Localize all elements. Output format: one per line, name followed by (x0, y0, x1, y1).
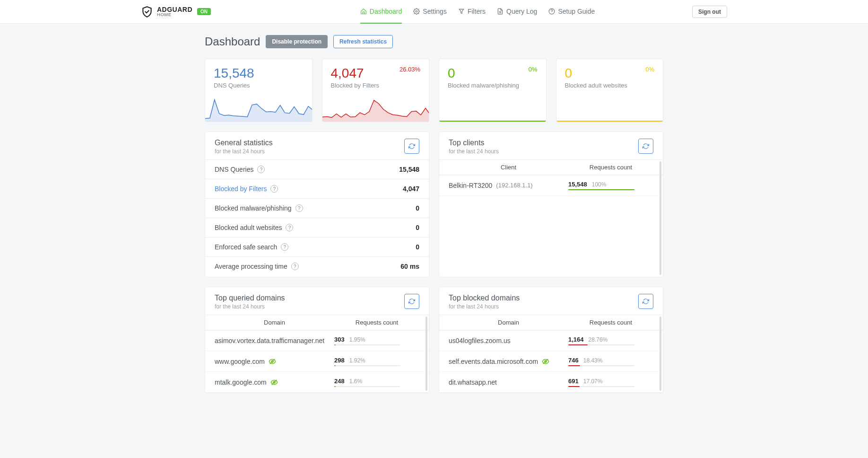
stat-label[interactable]: Blocked by Filters (215, 185, 267, 193)
nav-label: Filters (468, 8, 486, 15)
column-header-requests: Requests count (568, 164, 653, 171)
top-clients-panel: Top clients for the last 24 hours Client… (439, 132, 663, 277)
stat-label: Average processing time (215, 263, 287, 270)
help-icon[interactable]: ? (270, 185, 278, 193)
domain-cell: asimov.vortex.data.trafficmanager.net (215, 337, 334, 344)
count-value: 691 (568, 378, 579, 385)
table-row[interactable]: us04logfiles.zoom.us1,16428.76% (439, 330, 663, 351)
brand-logo[interactable]: ADGUARD HOME (141, 6, 192, 18)
stat-row: Blocked malware/phishing?0 (205, 198, 429, 218)
help-icon[interactable]: ? (295, 204, 303, 212)
help-icon[interactable]: ? (286, 224, 293, 231)
progress-bar (334, 365, 400, 366)
refresh-statistics-button[interactable]: Refresh statistics (333, 35, 393, 48)
table-row[interactable]: asimov.vortex.data.trafficmanager.net303… (205, 330, 429, 351)
domain-cell: mtalk.google.com (215, 379, 334, 386)
brand-name: ADGUARD (157, 6, 192, 13)
stat-value: 4,047 (403, 185, 419, 193)
help-icon[interactable]: ? (291, 263, 299, 270)
brand-sub: HOME (157, 13, 192, 17)
nav-item-query-log[interactable]: Query Log (497, 0, 537, 24)
sparkline-chart (205, 98, 312, 122)
progress-bar (334, 386, 400, 387)
card-underline (439, 121, 546, 122)
table-row[interactable]: self.events.data.microsoft.com74618.43% (439, 351, 663, 372)
stat-row: Average processing time?60 ms (205, 256, 429, 276)
column-header-requests: Requests count (568, 319, 653, 326)
nav-label: Dashboard (370, 8, 402, 15)
domain-cell: us04logfiles.zoom.us (449, 337, 568, 344)
panel-subtitle: for the last 24 hours (215, 148, 273, 155)
general-statistics-panel: General statistics for the last 24 hours… (205, 132, 429, 277)
stat-label: DNS Queries (214, 82, 304, 89)
stat-label: Blocked malware/phishing (215, 204, 292, 212)
stat-label: Blocked adult websites (215, 224, 282, 231)
table-row[interactable]: dit.whatsapp.net69117.07% (439, 372, 663, 393)
stat-value: 0 (448, 66, 538, 81)
domain-cell: self.events.data.microsoft.com (449, 358, 568, 365)
stat-cards: 15,548DNS Queries26.03%4,047Blocked by F… (205, 59, 663, 122)
count-percent: 1.92% (349, 357, 365, 364)
top-blocked-panel: Top blocked domains for the last 24 hour… (439, 287, 663, 393)
panel-subtitle: for the last 24 hours (449, 148, 499, 155)
refresh-button[interactable] (404, 294, 419, 309)
stat-row: Blocked adult websites?0 (205, 218, 429, 237)
stat-card-blocked-by-filters[interactable]: 26.03%4,047Blocked by Filters (322, 59, 430, 122)
file-icon (497, 8, 503, 15)
table-row[interactable]: mtalk.google.com2481.6% (205, 372, 429, 393)
help-icon[interactable]: ? (257, 166, 265, 173)
nav-item-filters[interactable]: Filters (458, 0, 486, 24)
refresh-button[interactable] (638, 139, 653, 154)
stat-value: 0 (416, 224, 419, 231)
top-queried-panel: Top queried domains for the last 24 hour… (205, 287, 429, 393)
stat-card-dns-queries[interactable]: 15,548DNS Queries (205, 59, 312, 122)
progress-bar (568, 189, 634, 190)
nav-label: Setup Guide (558, 8, 595, 15)
svg-point-0 (416, 10, 418, 12)
disable-protection-button[interactable]: Disable protection (266, 35, 328, 48)
stat-row: Enforced safe search?0 (205, 237, 429, 256)
domain-cell: www.google.com (215, 358, 334, 365)
nav-item-dashboard[interactable]: Dashboard (360, 0, 402, 24)
stat-percent: 0% (645, 66, 654, 73)
page-title: Dashboard (205, 35, 260, 48)
signout-button[interactable]: Sign out (692, 6, 727, 18)
refresh-icon (642, 143, 649, 150)
logo-area: ADGUARD HOME ON (141, 6, 211, 18)
stat-label: Blocked malware/phishing (448, 82, 538, 89)
table-row[interactable]: www.google.com2981.92% (205, 351, 429, 372)
stat-label: Enforced safe search (215, 243, 277, 251)
help-icon[interactable]: ? (281, 243, 288, 251)
column-header-requests: Requests count (334, 319, 419, 326)
tracker-icon (542, 358, 549, 365)
table-row[interactable]: Belkin-RT3200 (192.168.1.1)15,548100% (439, 175, 663, 196)
refresh-icon (408, 298, 415, 305)
nav-label: Settings (423, 8, 447, 15)
panel-title: General statistics (215, 139, 273, 147)
refresh-button[interactable] (638, 294, 653, 309)
stat-card-blocked-adult-websites[interactable]: 0%0Blocked adult websites (556, 59, 664, 122)
count-value: 746 (568, 357, 579, 364)
tracker-icon (270, 379, 278, 386)
tracker-icon (269, 358, 276, 365)
progress-bar (568, 365, 634, 366)
nav-item-setup-guide[interactable]: Setup Guide (548, 0, 595, 24)
panel-subtitle: for the last 24 hours (215, 303, 285, 310)
nav-item-settings[interactable]: Settings (413, 0, 447, 24)
count-value: 298 (334, 357, 345, 364)
stat-card-blocked-malware-phishing[interactable]: 0%0Blocked malware/phishing (439, 59, 547, 122)
count-percent: 1.6% (349, 378, 362, 385)
progress-bar (568, 344, 634, 345)
column-header-client: Client (449, 164, 568, 171)
stat-value: 15,548 (399, 166, 419, 173)
client-cell: Belkin-RT3200 (192.168.1.1) (449, 182, 568, 189)
domain-cell: dit.whatsapp.net (449, 379, 568, 386)
count-value: 303 (334, 336, 345, 343)
gear-icon (413, 8, 420, 15)
help-circle-icon (548, 8, 555, 15)
shield-check-icon (141, 6, 153, 18)
stat-value: 0 (565, 66, 655, 81)
refresh-button[interactable] (404, 139, 419, 154)
panel-title: Top blocked domains (449, 294, 520, 302)
count-percent: 17.07% (583, 378, 603, 385)
